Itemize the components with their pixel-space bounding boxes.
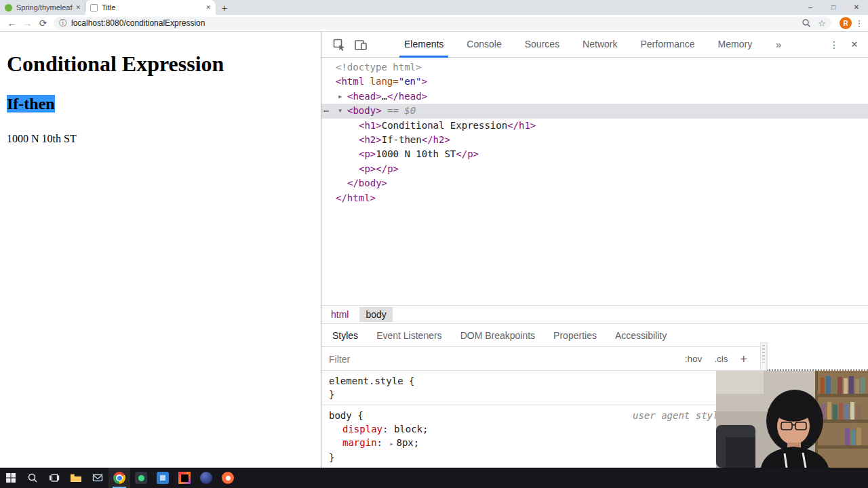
devtools-menu-icon[interactable]: ⋮ xyxy=(829,32,840,58)
page-content: Conditional Expression If-then 1000 N 10… xyxy=(0,32,320,468)
dom-node-body-close[interactable]: </body> xyxy=(321,176,868,190)
dom-node-doctype[interactable]: <!doctype html> xyxy=(321,60,868,75)
devtools-close-icon[interactable]: ✕ xyxy=(849,32,860,58)
browser-tab-strip: Spring/thymeleafexpressionsynt ✕ Title ✕… xyxy=(0,0,868,15)
inspect-element-icon[interactable] xyxy=(328,34,350,56)
sidebar-tab-event-listeners[interactable]: Event Listeners xyxy=(376,330,442,341)
breadcrumb-body[interactable]: body xyxy=(359,307,392,322)
back-icon[interactable]: ← xyxy=(4,15,20,31)
forward-icon[interactable]: → xyxy=(20,15,35,31)
new-style-rule-button[interactable]: + xyxy=(740,354,747,364)
devtools-tab-console[interactable]: Console xyxy=(455,32,513,58)
devtools-tab-elements[interactable]: Elements xyxy=(393,32,455,58)
url-text: localhost:8080/conditionalExpression xyxy=(71,18,796,28)
tab-close-icon[interactable]: ✕ xyxy=(75,4,81,11)
browser-tab-title[interactable]: Title ✕ xyxy=(85,0,216,15)
sidebar-tab-accessibility[interactable]: Accessibility xyxy=(615,330,667,341)
dom-node-head[interactable]: ▸<head>…</head> xyxy=(321,89,868,104)
dom-node-p-empty[interactable]: <p></p> xyxy=(321,162,868,176)
taskbar-green-app-button[interactable] xyxy=(130,468,152,488)
browser-menu-icon[interactable]: ⋮ xyxy=(854,18,864,28)
zoom-icon[interactable] xyxy=(802,18,811,28)
window-maximize-button[interactable]: □ xyxy=(822,0,845,15)
omnibox[interactable]: ⓘ localhost:8080/conditionalExpression ☆ xyxy=(54,17,831,29)
taskbar-file-explorer-button[interactable] xyxy=(65,468,87,488)
taskbar-search-button[interactable] xyxy=(22,468,43,488)
devtools-tabs: ElementsConsoleSourcesNetworkPerformance… xyxy=(393,32,764,58)
devtools-tab-performance[interactable]: Performance xyxy=(629,32,706,58)
dom-node-p[interactable]: <p>1000 N 10th ST</p> xyxy=(321,147,868,161)
devtools-tab-memory[interactable]: Memory xyxy=(707,32,764,58)
tab-label: Spring/thymeleafexpressionsynt xyxy=(16,3,73,12)
expand-arrow-icon[interactable]: ▸ xyxy=(389,440,393,447)
dom-node-h2[interactable]: <h2>If-then</h2> xyxy=(321,133,868,147)
taskbar-start-button[interactable] xyxy=(0,468,22,488)
spring-favicon-icon xyxy=(5,4,12,12)
page-subheading: If-then xyxy=(7,95,315,113)
window-minimize-button[interactable]: – xyxy=(799,0,822,15)
dom-node-h1[interactable]: <h1>Conditional Expression</h1> xyxy=(321,119,868,133)
bookmark-star-icon[interactable]: ☆ xyxy=(818,18,826,28)
taskbar-blue-app-button[interactable] xyxy=(152,468,174,488)
tab-label: Title xyxy=(102,3,203,12)
webcam-scene xyxy=(716,371,868,468)
expand-arrow-icon[interactable]: ▸ xyxy=(338,89,342,104)
css-selector[interactable]: body xyxy=(329,410,352,421)
taskbar-orange-app-button[interactable] xyxy=(217,468,239,488)
styles-filter-input[interactable] xyxy=(321,354,685,365)
elements-tree: <!doctype html><html lang="en">▸<head>…<… xyxy=(321,58,868,305)
collapse-arrow-icon[interactable]: ▾ xyxy=(338,104,342,118)
devtools-tab-network[interactable]: Network xyxy=(571,32,629,58)
device-toolbar-icon[interactable] xyxy=(350,34,372,56)
sidebar-tab-styles[interactable]: Styles xyxy=(332,330,358,341)
page-title: Conditional Expression xyxy=(7,52,315,77)
breadcrumb: html body xyxy=(321,305,868,323)
styles-scrollbar[interactable] xyxy=(760,342,767,371)
taskbar-chrome-button[interactable] xyxy=(108,468,130,488)
screen: Spring/thymeleafexpressionsynt ✕ Title ✕… xyxy=(0,0,868,488)
window-close-button[interactable]: ✕ xyxy=(845,0,868,15)
tab-close-icon[interactable]: ✕ xyxy=(205,4,211,11)
taskbar xyxy=(0,468,868,488)
css-selector[interactable]: element.style xyxy=(329,375,403,386)
page-favicon-icon xyxy=(90,4,98,12)
devtools-toolbar: ElementsConsoleSourcesNetworkPerformance… xyxy=(321,32,868,58)
page-info-icon[interactable]: ⓘ xyxy=(59,18,67,29)
style-toggles: :hov .cls + xyxy=(685,354,747,364)
browser-tab-spring[interactable]: Spring/thymeleafexpressionsynt ✕ xyxy=(0,0,85,15)
taskbar-intellij-button[interactable] xyxy=(174,468,195,488)
text-selection: If-then xyxy=(7,95,55,113)
pseudo-state-toggle[interactable]: :hov xyxy=(685,354,703,364)
sidebar-tab-properties[interactable]: Properties xyxy=(553,330,597,341)
overlay-artifact-box xyxy=(767,342,868,371)
window-controls: – □ ✕ xyxy=(799,0,868,15)
breadcrumb-html[interactable]: html xyxy=(327,307,353,322)
taskbar-task-view-button[interactable] xyxy=(43,468,65,488)
page-paragraph: 1000 N 10th ST xyxy=(7,133,315,145)
class-toggle[interactable]: .cls xyxy=(714,354,728,364)
browser-toolbar: ← → ⟳ ⓘ localhost:8080/conditionalExpres… xyxy=(0,15,868,32)
node-more-actions-icon[interactable]: ⋯ xyxy=(323,104,330,118)
more-tabs-chevron-icon[interactable]: » xyxy=(776,32,781,58)
dom-node-html-close[interactable]: </html> xyxy=(321,191,868,205)
dom-node-body[interactable]: ⋯▾<body> == $0 xyxy=(321,104,868,118)
webcam-overlay xyxy=(716,371,868,468)
dom-node-html-open[interactable]: <html lang="en"> xyxy=(321,75,868,89)
profile-avatar[interactable]: R xyxy=(840,17,852,29)
sidebar-tab-dom-breakpoints[interactable]: DOM Breakpoints xyxy=(460,330,535,341)
devtools-tab-sources[interactable]: Sources xyxy=(513,32,571,58)
new-tab-button[interactable]: + xyxy=(216,1,233,15)
taskbar-mail-button[interactable] xyxy=(87,468,108,488)
taskbar-eclipse-button[interactable] xyxy=(195,468,217,488)
reload-icon[interactable]: ⟳ xyxy=(35,15,51,31)
